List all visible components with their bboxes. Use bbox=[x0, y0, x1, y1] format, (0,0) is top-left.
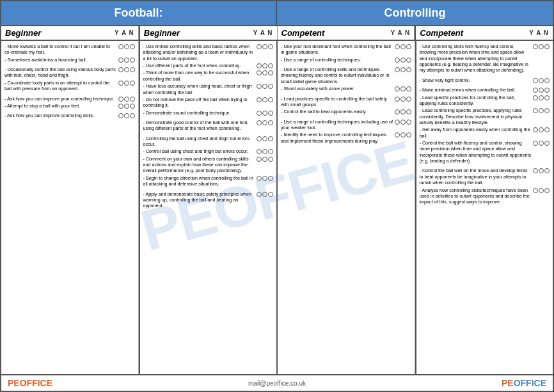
list-item: - Think of more than one way to be succe… bbox=[143, 70, 274, 82]
bullet-text: - Demonstrate sound controlling techniqu… bbox=[143, 110, 257, 116]
sub-header-yan-1: Y A N bbox=[115, 29, 134, 36]
footer: PEOFFICE mail@peoffice.co.uk PEOFFICE bbox=[1, 374, 553, 391]
list-item: - Lead controlling specific practices, a… bbox=[420, 107, 550, 125]
list-item: - Get away from opponents easily when co… bbox=[420, 127, 550, 139]
list-item: - Ask how you can improve controlling sk… bbox=[4, 113, 135, 118]
bullet-text: - Use your non dominant foot when contro… bbox=[281, 43, 395, 56]
list-item: - Use limited controlling skills and bas… bbox=[143, 43, 274, 61]
bullet-text: - Control ball using chest and thigh but… bbox=[143, 148, 257, 154]
bullet-text: - Begin to change direction when control… bbox=[143, 175, 257, 187]
bullet-text: - Lead controlling specific practices, a… bbox=[420, 107, 534, 125]
bullet-text: - Use different parts of the foot when c… bbox=[143, 63, 257, 68]
footer-pe-left: PE bbox=[8, 378, 20, 388]
bullet-text: - Controlling the ball using chest and t… bbox=[143, 136, 257, 148]
header-controlling-title: Controlling bbox=[277, 1, 553, 25]
bullet-text: - Move towards a ball to control it but … bbox=[4, 43, 118, 56]
bullet-text: - Get away from opponents easily when co… bbox=[420, 127, 534, 139]
list-item: - Occasionally control the ball using va… bbox=[4, 67, 135, 79]
bullet-text: - Apply and demonstrate basic safety pri… bbox=[143, 191, 257, 209]
list-item: - Use controlling skills with fluency an… bbox=[420, 43, 550, 74]
bullet-text: - Comment on your own and others control… bbox=[143, 156, 257, 174]
list-item: - Analyse how controlling skills/techniq… bbox=[420, 187, 550, 205]
sub-header-cell-2: Beginner Y A N bbox=[139, 26, 278, 40]
list-item: - Comment on your own and others control… bbox=[143, 156, 274, 174]
list-item: - Apply and demonstrate basic safety pri… bbox=[143, 191, 274, 209]
bullet-text: - Do not remove the pace off the ball wh… bbox=[143, 97, 257, 109]
bullet-text: - Use limited controlling skills and bas… bbox=[143, 43, 257, 61]
bullet-text: - Have less accuracy when using head, ch… bbox=[143, 83, 257, 95]
footer-email: mail@peoffice.co.uk bbox=[248, 380, 306, 387]
list-item: - Show very tight control. bbox=[420, 77, 550, 83]
sub-header-yan-3: Y A N bbox=[391, 29, 411, 36]
list-item: - Use your non dominant foot when contro… bbox=[281, 43, 411, 56]
page: Football: Controlling Beginner Y A N Beg… bbox=[0, 0, 554, 392]
list-item: - Do not remove the pace off the ball wh… bbox=[143, 97, 274, 109]
list-item: - Identify the need to improve controlli… bbox=[281, 132, 411, 144]
list-item: - Use different parts of the foot when c… bbox=[143, 63, 274, 68]
bullet-text: - Lead practices specific to controlling… bbox=[281, 96, 395, 108]
list-item: - Lead specific practices for controllin… bbox=[420, 95, 550, 107]
bullet-text: - Think of more than one way to be succe… bbox=[143, 70, 257, 82]
column-2-beginner-football: - Use limited controlling skills and bas… bbox=[139, 41, 278, 374]
sub-header-row: Beginner Y A N Beginner Y A N Competent … bbox=[1, 25, 553, 41]
list-item: - Demonstrate good control of the ball w… bbox=[143, 120, 274, 132]
sub-header-title-1: Beginner bbox=[5, 28, 41, 38]
list-item: - Co-ordinate body parts in an attempt t… bbox=[4, 80, 135, 92]
footer-logo-left: PEOFFICE bbox=[8, 378, 52, 388]
list-item: - Controlling the ball using chest and t… bbox=[143, 136, 274, 148]
bullet-text: - Shoot accurately with some power. bbox=[281, 86, 395, 91]
footer-logo-right: PEOFFICE bbox=[502, 378, 546, 388]
list-item: - Have less accuracy when using head, ch… bbox=[143, 83, 274, 95]
list-item: - Sometimes avoid/miss a bouncing ball. bbox=[4, 57, 135, 63]
list-item: - Control ball using chest and thigh but… bbox=[143, 148, 274, 154]
sub-header-cell-4: Competent Y A N bbox=[415, 26, 553, 40]
bullet-text: - Use controlling skills with fluency an… bbox=[420, 43, 534, 74]
sub-header-title-3: Competent bbox=[281, 28, 325, 38]
list-item: - Use a range of controlling techniques. bbox=[281, 57, 411, 63]
column-4-competent-controlling: - Use controlling skills with fluency an… bbox=[415, 41, 553, 374]
bullet-text: - Identify the need to improve controlli… bbox=[281, 132, 395, 144]
bullet-text: - Analyse how controlling skills/techniq… bbox=[420, 187, 534, 205]
sub-header-title-4: Competent bbox=[420, 28, 463, 38]
header: Football: Controlling bbox=[1, 1, 553, 25]
sub-header-cell-1: Beginner Y A N bbox=[1, 26, 139, 40]
bullet-text: - Control the ball well on the move and … bbox=[420, 168, 534, 185]
bullet-text: - Demonstrate good control of the ball w… bbox=[143, 120, 257, 132]
bullet-text: - Control the ball to beat opponents eas… bbox=[281, 109, 395, 114]
column-1-beginner-football: - Move towards a ball to control it but … bbox=[1, 41, 139, 374]
list-item: - Control the ball to beat opponents eas… bbox=[281, 109, 411, 114]
list-item: - Use a range of controlling techniques … bbox=[281, 119, 411, 131]
list-item: - Lead practices specific to controlling… bbox=[281, 96, 411, 108]
list-item: - Use a range of controlling skills and … bbox=[281, 67, 411, 84]
column-3-competent-controlling: - Use your non dominant foot when contro… bbox=[278, 41, 415, 374]
list-item: - Begin to change direction when control… bbox=[143, 175, 274, 187]
bullet-text: - Attempt to stop a ball with your feet. bbox=[4, 103, 118, 109]
bullet-text: - Ask how you can improve controlling sk… bbox=[4, 113, 118, 118]
bullet-text: - Show very tight control. bbox=[420, 77, 534, 83]
bullet-text: - Use a range of controlling techniques … bbox=[281, 119, 395, 131]
bullet-text: - Occasionally control the ball using va… bbox=[4, 67, 118, 79]
list-item: - Control the ball well on the move and … bbox=[420, 168, 550, 185]
list-item: - Move towards a ball to control it but … bbox=[4, 43, 135, 56]
bullet-text: - Use a range of controlling techniques. bbox=[281, 57, 395, 63]
list-item: - Attempt to stop a ball with your feet. bbox=[4, 103, 135, 109]
bullet-text: - Ask how you can improve your controlli… bbox=[4, 96, 118, 102]
bullet-text: - Sometimes avoid/miss a bouncing ball. bbox=[4, 57, 118, 63]
list-item: - Control the ball with fluency and cont… bbox=[420, 140, 550, 164]
bullet-text: - Use a range of controlling skills and … bbox=[281, 67, 395, 84]
header-football-title: Football: bbox=[1, 1, 277, 25]
sub-header-title-2: Beginner bbox=[144, 28, 180, 38]
footer-office-right: OFFICE bbox=[514, 378, 546, 388]
footer-pe-right: PE bbox=[502, 378, 514, 388]
list-item: - Make minimal errors when controlling t… bbox=[420, 87, 550, 93]
bullet-text: - Make minimal errors when controlling t… bbox=[420, 87, 534, 93]
sub-header-cell-3: Competent Y A N bbox=[278, 26, 415, 40]
list-item: - Shoot accurately with some power. bbox=[281, 86, 411, 91]
list-item: - Ask how you can improve your controlli… bbox=[4, 96, 135, 102]
sub-header-yan-4: Y A N bbox=[529, 29, 549, 36]
footer-office-left: OFFICE bbox=[20, 378, 52, 388]
list-item: - Demonstrate sound controlling techniqu… bbox=[143, 110, 274, 116]
sub-header-yan-2: Y A N bbox=[253, 29, 273, 36]
main-content: - Move towards a ball to control it but … bbox=[1, 41, 553, 374]
bullet-text: - Control the ball with fluency and cont… bbox=[420, 140, 534, 164]
